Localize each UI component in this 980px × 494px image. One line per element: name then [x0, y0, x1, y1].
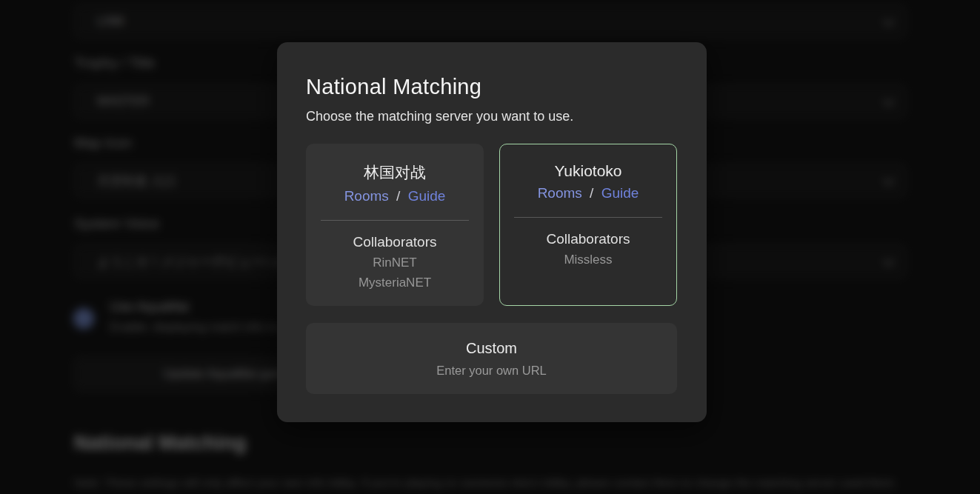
guide-link[interactable]: Guide — [408, 188, 446, 204]
collaborator-name: Missless — [564, 252, 612, 267]
server-card-linguo[interactable]: 林国对战 Rooms / Guide Collaborators RinNET … — [306, 144, 484, 306]
server-card-yukiotoko[interactable]: Yukiotoko Rooms / Guide Collaborators Mi… — [499, 144, 677, 306]
collaborators-label: Collaborators — [547, 231, 630, 247]
server-links: Rooms / Guide — [538, 185, 639, 201]
server-cards-row: 林国对战 Rooms / Guide Collaborators RinNET … — [306, 144, 677, 306]
modal-title: National Matching — [306, 75, 677, 99]
national-matching-modal: National Matching Choose the matching se… — [277, 42, 707, 422]
guide-link[interactable]: Guide — [601, 185, 639, 201]
custom-card-subtitle: Enter your own URL — [436, 364, 547, 378]
collaborator-name: MysteriaNET — [359, 275, 431, 290]
rooms-link[interactable]: Rooms — [538, 185, 582, 201]
server-name: 林国对战 — [364, 162, 426, 183]
link-separator: / — [396, 188, 400, 204]
card-divider — [514, 217, 662, 218]
collaborator-name: RinNET — [373, 255, 417, 270]
server-name: Yukiotoko — [554, 162, 621, 180]
modal-subtitle: Choose the matching server you want to u… — [306, 109, 677, 124]
server-links: Rooms / Guide — [344, 188, 446, 204]
card-divider — [321, 220, 469, 221]
custom-card-title: Custom — [466, 340, 517, 357]
collaborators-label: Collaborators — [353, 234, 437, 250]
custom-server-card[interactable]: Custom Enter your own URL — [306, 323, 677, 394]
link-separator: / — [590, 185, 593, 201]
rooms-link[interactable]: Rooms — [344, 188, 389, 204]
